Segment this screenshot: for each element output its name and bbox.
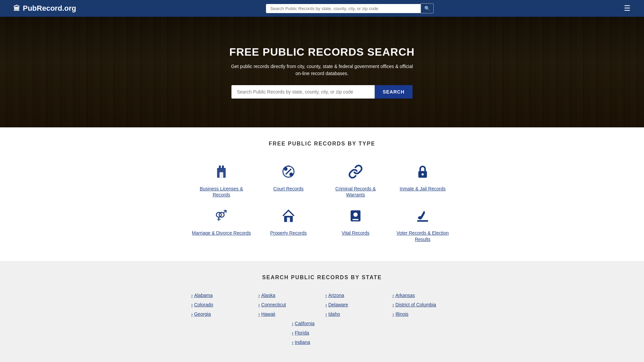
state-link-florida[interactable]: Florida [292,328,352,338]
record-label-voter: Voter Records & Election Results [396,230,449,242]
state-column-2: ArizonaDelawareIdaho [322,291,389,319]
record-item-vital[interactable]: Vital Records [322,203,389,247]
hero-section: FREE PUBLIC RECORDS SEARCH Get public re… [0,17,644,127]
state-link-connecticut[interactable]: Connecticut [258,300,319,309]
logo-icon: 🏛 [13,5,20,12]
state-link-colorado[interactable]: Colorado [191,300,252,309]
hero-content: FREE PUBLIC RECORDS SEARCH Get public re… [221,39,423,105]
state-link-district-of-columbia[interactable]: District of Columbia [392,300,453,309]
court-icon [258,164,319,182]
records-grid: Business Licenses & Records Court Record… [171,159,473,248]
state-column-4: CaliforniaFloridaIndiana [288,319,356,347]
record-label-property: Property Records [270,230,307,236]
search-icon: 🔍 [424,6,430,11]
marriage-icon: ⚤ [191,208,252,227]
svg-point-10 [422,173,424,176]
svg-rect-13 [287,218,290,222]
state-column-0: AlabamaColoradoGeorgia [188,291,255,319]
state-link-delaware[interactable]: Delaware [325,300,386,309]
record-label-marriage: Marriage & Divorce Records [192,230,251,236]
svg-point-7 [289,173,293,176]
record-item-criminal[interactable]: Criminal Records & Warrants [322,159,389,203]
record-item-business[interactable]: Business Licenses & Records [188,159,255,203]
site-logo[interactable]: 🏛 PubRecord.org [13,4,76,13]
svg-text:⚤: ⚤ [215,210,227,222]
state-link-illinois[interactable]: Illinois [392,309,453,319]
record-label-vital: Vital Records [341,230,369,236]
state-link-indiana[interactable]: Indiana [292,338,352,347]
record-item-court[interactable]: Court Records [255,159,322,203]
record-label-business: Business Licenses & Records [200,186,243,197]
records-section-title: FREE PUBLIC RECORDS BY TYPE [7,141,637,147]
header-search-button[interactable]: 🔍 [421,3,434,13]
state-link-georgia[interactable]: Georgia [191,309,252,319]
svg-rect-8 [287,166,289,167]
criminal-icon [325,164,386,182]
state-link-arkansas[interactable]: Arkansas [392,291,453,300]
record-label-criminal: Criminal Records & Warrants [335,186,376,197]
states-section-title: SEARCH PUBLIC RECORDS BY STATE [7,275,637,281]
record-item-voter[interactable]: Voter Records & Election Results [389,203,456,247]
states-section: SEARCH PUBLIC RECORDS BY STATE AlabamaCo… [0,261,644,362]
header-search-form: 🔍 [266,3,434,13]
property-icon [258,208,319,227]
record-item-property[interactable]: Property Records [255,203,322,247]
svg-rect-17 [417,220,428,222]
vital-icon [325,208,386,227]
inmate-icon [392,164,453,182]
record-item-inmate[interactable]: Inmate & Jail Records [389,159,456,203]
svg-point-6 [284,167,287,171]
site-header: 🏛 PubRecord.org 🔍 ☰ [0,0,644,17]
record-label-inmate: Inmate & Jail Records [400,186,446,191]
states-grid: AlabamaColoradoGeorgiaAlaskaConnecticutH… [171,291,473,347]
menu-icon: ☰ [624,4,631,12]
header-search-input[interactable] [266,4,421,13]
state-link-hawaii[interactable]: Hawaii [258,309,319,319]
state-link-idaho[interactable]: Idaho [325,309,386,319]
hero-title: FREE PUBLIC RECORDS SEARCH [228,46,416,58]
svg-rect-16 [353,219,359,221]
records-by-type-section: FREE PUBLIC RECORDS BY TYPE Business Lic… [0,127,644,261]
record-item-marriage[interactable]: ⚤ Marriage & Divorce Records [188,203,255,247]
header-menu-button[interactable]: ☰ [624,4,631,13]
voter-icon [392,208,453,227]
state-column-1: AlaskaConnecticutHawaii [255,291,322,319]
state-link-california[interactable]: California [292,319,352,328]
record-label-court: Court Records [273,186,304,191]
hero-subtitle: Get public records directly from city, c… [228,63,416,77]
state-column-3: ArkansasDistrict of ColumbiaIllinois [389,291,456,319]
business-icon [191,164,252,182]
hero-search-form: SEARCH [231,85,413,99]
state-link-alabama[interactable]: Alabama [191,291,252,300]
svg-rect-3 [220,172,223,178]
state-link-arizona[interactable]: Arizona [325,291,386,300]
logo-text: PubRecord.org [23,4,76,13]
svg-point-15 [354,213,358,217]
hero-search-input[interactable] [231,85,375,99]
state-link-alaska[interactable]: Alaska [258,291,319,300]
hero-search-button[interactable]: SEARCH [375,85,413,99]
